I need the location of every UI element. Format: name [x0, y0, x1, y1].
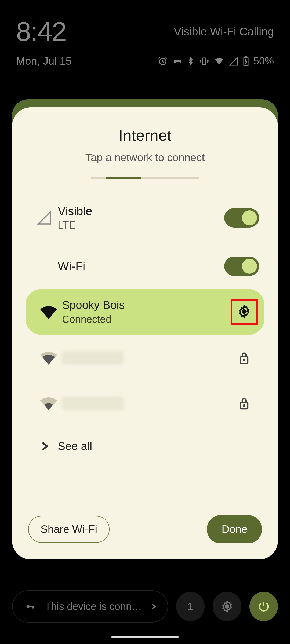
done-button[interactable]: Done: [207, 515, 262, 543]
carrier-name: Visible: [58, 204, 202, 218]
divider: [213, 207, 213, 229]
see-all-label: See all: [58, 440, 92, 453]
page-number: 1: [187, 601, 193, 613]
svg-point-9: [243, 359, 245, 361]
wifi-calling-label: Visible Wi-Fi Calling: [174, 25, 274, 38]
panel-footer: Share Wi-Fi Done: [26, 510, 264, 546]
qs-page-indicator[interactable]: 1: [176, 592, 205, 621]
wifi-status-icon: [214, 56, 224, 66]
mobile-data-toggle[interactable]: [224, 208, 259, 228]
network-name-redacted: [62, 351, 124, 364]
wifi-master-row: Wi-Fi: [26, 249, 264, 284]
panel-title: Internet: [26, 126, 264, 144]
highlight-frame: [231, 299, 258, 325]
battery-icon: [243, 56, 249, 66]
network-name: Spooky Bois: [62, 299, 233, 312]
svg-point-12: [27, 605, 30, 608]
gear-icon: [221, 600, 234, 613]
mobile-network-row[interactable]: Visible LTE: [26, 197, 264, 238]
network-type: LTE: [58, 219, 202, 231]
vpn-key-icon: [172, 56, 183, 66]
svg-rect-3: [180, 60, 181, 63]
alarm-icon: [158, 56, 168, 66]
lockscreen-status: 8:42 Visible Wi-Fi Calling Mon, Jul 15 5…: [0, 0, 290, 67]
cell-signal-icon: [37, 211, 52, 225]
share-wifi-button[interactable]: Share Wi-Fi: [28, 516, 110, 543]
bluetooth-icon: [187, 56, 194, 66]
wifi-toggle[interactable]: [224, 257, 259, 276]
wifi-signal-icon: [40, 396, 57, 410]
lock-icon: [238, 397, 250, 410]
svg-point-15: [226, 605, 229, 608]
chevron-right-icon: [39, 440, 50, 453]
svg-point-7: [242, 310, 246, 313]
date: Mon, Jul 15: [16, 55, 72, 67]
wifi-network-connected[interactable]: Spooky Bois Connected: [26, 289, 264, 335]
svg-point-11: [243, 405, 245, 407]
cell-signal-icon: [229, 56, 238, 66]
wifi-signal-icon: [40, 351, 57, 365]
power-icon: [257, 600, 270, 613]
clock: 8:42: [16, 16, 66, 47]
vpn-status-text: This device is conn…: [45, 601, 142, 612]
nav-handle[interactable]: [111, 636, 179, 638]
qs-power-button[interactable]: [249, 592, 278, 621]
network-name-redacted: [62, 397, 124, 410]
wifi-label: Wi-Fi: [58, 259, 224, 273]
svg-point-1: [173, 60, 177, 63]
vibrate-icon: [199, 56, 209, 66]
internet-panel: Internet Tap a network to connect Visibl…: [12, 107, 278, 559]
qs-settings-button[interactable]: [213, 592, 241, 621]
progress-indicator: [91, 177, 199, 179]
battery-percent: 50%: [253, 55, 274, 67]
lock-icon: [238, 351, 250, 364]
network-status: Connected: [62, 314, 233, 325]
vpn-key-icon: [23, 602, 37, 611]
svg-rect-6: [245, 56, 247, 57]
panel-subtitle: Tap a network to connect: [26, 152, 264, 164]
qs-footer: This device is conn… 1: [12, 590, 278, 623]
wifi-network-item[interactable]: [26, 380, 264, 426]
status-icons: 50%: [158, 55, 274, 67]
wifi-network-item[interactable]: [26, 335, 264, 380]
gear-icon[interactable]: [237, 305, 251, 319]
wifi-full-icon: [40, 305, 57, 319]
svg-rect-14: [32, 606, 34, 609]
vpn-status-pill[interactable]: This device is conn…: [12, 590, 168, 623]
svg-rect-4: [202, 58, 206, 64]
chevron-right-icon: [150, 602, 157, 611]
see-all-row[interactable]: See all: [26, 431, 264, 461]
